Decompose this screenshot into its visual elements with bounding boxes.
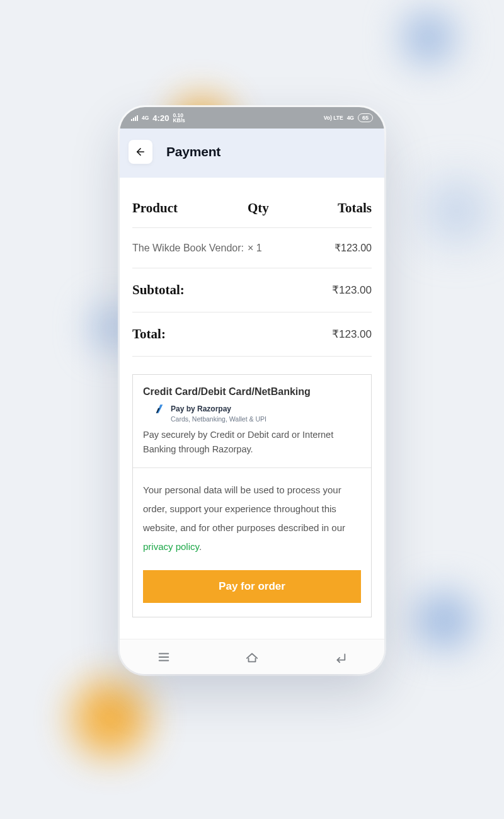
home-icon[interactable]: [245, 650, 259, 664]
total-value: ₹123.00: [301, 328, 372, 341]
decorative-blur: [72, 680, 148, 756]
table-header-row: Product Qty Totals: [132, 192, 372, 228]
razorpay-icon: [154, 404, 164, 414]
lte-label: Vo) LTE: [324, 115, 343, 121]
payment-description: Pay securely by Credit or Debit card or …: [143, 428, 361, 456]
system-back-icon[interactable]: [333, 650, 347, 664]
subtotal-value: ₹123.00: [301, 284, 372, 297]
privacy-policy-link[interactable]: privacy policy: [143, 541, 199, 552]
battery-icon: 65: [358, 113, 373, 122]
privacy-text: Your personal data will be used to proce…: [143, 481, 361, 556]
content-area: Product Qty Totals The Wikde Book Vendor…: [120, 178, 384, 639]
system-nav-bar: [120, 639, 384, 674]
order-summary-table: Product Qty Totals The Wikde Book Vendor…: [132, 192, 372, 357]
status-bar: 4G 4:20 0.10 KB/s Vo) LTE 4G 65: [120, 107, 384, 129]
privacy-section: Your personal data will be used to proce…: [133, 468, 371, 617]
col-qty-header: Qty: [248, 200, 301, 216]
gateway-label: Pay by Razorpay: [171, 404, 231, 413]
payment-method-title: Credit Card/Debit Card/NetBanking: [143, 386, 361, 398]
recent-apps-icon[interactable]: [157, 650, 171, 664]
privacy-pre: Your personal data will be used to proce…: [143, 484, 345, 533]
order-item-row: The Wikde Book Vendor: × 1 ₹123.00: [132, 228, 372, 268]
status-time: 4:20: [152, 113, 169, 123]
app-header: Payment: [120, 129, 384, 178]
signal-icon: [131, 115, 138, 121]
total-label: Total:: [132, 326, 248, 342]
item-name: The Wikde Book Vendor:: [132, 241, 248, 255]
phone-frame: 4G 4:20 0.10 KB/s Vo) LTE 4G 65 Payment …: [120, 107, 384, 674]
item-total: ₹123.00: [301, 241, 372, 255]
decorative-blur: [403, 13, 454, 63]
item-qty: × 1: [248, 241, 301, 255]
net-label: 4G: [347, 115, 354, 121]
subtotal-label: Subtotal:: [132, 282, 248, 298]
payment-method-box: Credit Card/Debit Card/NetBanking Pay by…: [132, 374, 372, 617]
total-row: Total: ₹123.00: [132, 312, 372, 357]
subtotal-row: Subtotal: ₹123.00: [132, 268, 372, 312]
col-product-header: Product: [132, 200, 248, 216]
decorative-blur: [416, 592, 472, 649]
privacy-post: .: [199, 541, 202, 552]
back-arrow-icon: [135, 146, 146, 158]
network-badge: 4G: [142, 115, 149, 121]
gateway-detail: Cards, Netbanking, Wallet & UPI: [171, 415, 361, 423]
data-unit: KB/s: [173, 118, 185, 123]
pay-for-order-button[interactable]: Pay for order: [143, 570, 361, 603]
decorative-blur: [435, 189, 479, 233]
col-totals-header: Totals: [301, 200, 372, 216]
back-button[interactable]: [129, 140, 152, 164]
page-title: Payment: [166, 144, 220, 159]
payment-method-section: Credit Card/Debit Card/NetBanking Pay by…: [133, 375, 371, 468]
